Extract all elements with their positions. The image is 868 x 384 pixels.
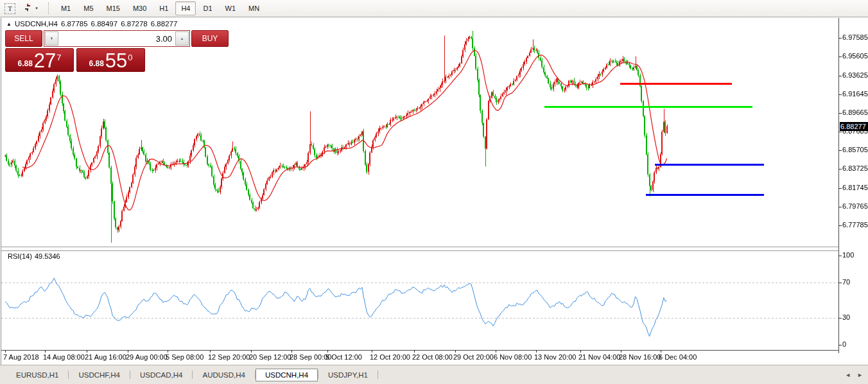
time-axis-tick-label: 6 Nov 08:00 <box>494 353 532 361</box>
time-axis-tick-label: 12 Sep 20:00 <box>208 353 250 361</box>
tab-scroll-arrows: ◄ ► <box>845 372 863 378</box>
time-axis-tick-label: 21 Aug 16:00 <box>85 353 126 361</box>
time-axis-tick-label: 5 Oct 12:00 <box>326 353 362 361</box>
timeframe-button-d1[interactable]: D1 <box>197 1 218 15</box>
text-label-tool-button[interactable]: T <box>2 1 18 15</box>
rsi-indicator-caption: RSI(14) 49.5346 <box>8 252 60 260</box>
one-click-trading-panel: SELL ▼ ▲ BUY 6.88 27 7 6.88 55 0 <box>5 30 145 72</box>
time-axis-tick-label: 13 Nov 20:00 <box>534 353 576 361</box>
timeframe-button-m15[interactable]: M15 <box>101 1 126 15</box>
sell-price-prefix: 6.88 <box>17 59 32 68</box>
chart-tabs: EURUSD,H1USDCHF,H4USDCAD,H4AUDUSD,H4USDC… <box>6 369 378 381</box>
buy-price-pip: 0 <box>128 53 132 62</box>
price-axis-tick-label: 6.91645 <box>842 90 868 98</box>
rsi-label: RSI(14) <box>8 252 32 260</box>
timeframe-button-m5[interactable]: M5 <box>78 1 99 15</box>
chart-tab-usdchf[interactable]: USDCHF,H4 <box>69 369 130 381</box>
chart-tab-eurusd[interactable]: EURUSD,H1 <box>6 369 68 381</box>
time-axis-tick-label: 29 Aug 00:00 <box>126 353 168 361</box>
spinner-up-icon: ▲ <box>180 37 184 40</box>
timeframe-toolbar: M1M5M15M30H1H4D1W1MN <box>55 1 266 15</box>
chart-header: ▲ USDCNH,H4 6.87785 6.88497 6.87278 6.88… <box>6 20 177 28</box>
rsi-axis-tick-label: 100 <box>842 251 854 259</box>
spinner-down-icon: ▼ <box>50 37 54 40</box>
toolbar-drag-handle[interactable] <box>48 3 49 14</box>
buy-price-prefix: 6.88 <box>89 59 103 68</box>
chart-symbol-label: USDCNH,H4 <box>15 20 58 28</box>
timeframe-button-h1[interactable]: H1 <box>153 1 174 15</box>
timeframe-button-h4[interactable]: H4 <box>175 1 196 15</box>
volume-spinner: ▼ ▲ <box>44 30 190 47</box>
chevron-down-icon: ▼ <box>35 6 39 10</box>
top-toolbar: T ▼ M1M5M15M30H1H4D1W1MN <box>0 0 868 17</box>
chart-tab-usdcnh[interactable]: USDCNH,H4 <box>256 369 318 381</box>
time-axis-tick-label: 20 Sep 12:00 <box>249 353 291 361</box>
current-price-badge: 6.88277 <box>840 122 868 131</box>
price-axis-tick-label: 6.77785 <box>842 221 868 229</box>
price-axis-tick-label: 6.83725 <box>842 164 868 172</box>
time-axis-tick-label: 5 Sep 08:00 <box>166 353 204 361</box>
price-axis-tick-label: 6.79765 <box>842 202 868 210</box>
cycle-arrows-icon <box>22 3 33 15</box>
time-axis-tick-label: 28 Nov 16:00 <box>619 353 661 361</box>
sell-price-pip: 7 <box>56 53 61 62</box>
time-axis-tick-label: 6 Dec 04:00 <box>659 353 697 361</box>
volume-decrease-button[interactable]: ▼ <box>45 31 58 46</box>
chart-tab-usdcad[interactable]: USDCAD,H4 <box>130 369 192 381</box>
one-click-panel-toggle-icon[interactable]: ▲ <box>6 21 12 27</box>
tab-scroll-right-icon[interactable]: ► <box>857 372 863 378</box>
rsi-value: 49.5346 <box>35 252 60 260</box>
price-axis-tick-label: 6.95605 <box>842 52 868 60</box>
text-tool-icon: T <box>4 3 15 14</box>
time-axis-tick-label: 7 Aug 2018 <box>3 353 39 361</box>
price-axis-tick-label: 6.81745 <box>842 184 868 191</box>
time-axis-tick-label: 21 Nov 04:00 <box>578 353 620 361</box>
price-axis-tick-label: 6.85705 <box>842 146 868 153</box>
tab-separator <box>378 371 378 379</box>
chart-tab-audusd[interactable]: AUDUSD,H4 <box>193 369 254 381</box>
tab-scroll-left-icon[interactable]: ◄ <box>845 372 851 378</box>
timeframe-button-mn[interactable]: MN <box>243 1 265 15</box>
rsi-axis-tick-label: 0 <box>842 340 846 348</box>
ohlc-open: 6.87785 <box>61 20 88 28</box>
sell-price-button[interactable]: 6.88 27 7 <box>5 48 74 72</box>
buy-price-main: 55 <box>105 50 127 71</box>
time-axis-tick-label: 29 Oct 20:00 <box>453 353 494 361</box>
rsi-axis-tick-label: 70 <box>842 278 850 286</box>
rsi-axis-tick-label: 30 <box>842 313 850 321</box>
ohlc-high: 6.88497 <box>91 20 118 28</box>
cycle-symbols-button[interactable]: ▼ <box>20 1 41 15</box>
price-axis-tick-label: 6.89665 <box>842 109 868 116</box>
chart-tab-usdjpy[interactable]: USDJPY,H1 <box>318 369 378 381</box>
time-axis-tick-label: 22 Oct 08:00 <box>412 353 453 361</box>
timeframe-button-m30[interactable]: M30 <box>127 1 152 15</box>
chart-tab-bar: EURUSD,H1USDCHF,H4USDCAD,H4AUDUSD,H4USDC… <box>0 365 868 384</box>
buy-button[interactable]: BUY <box>191 30 229 47</box>
ohlc-close: 6.88277 <box>151 20 178 28</box>
volume-increase-button[interactable]: ▲ <box>175 31 189 46</box>
time-axis-tick-label: 14 Aug 08:00 <box>43 353 85 361</box>
sell-price-main: 27 <box>34 50 56 71</box>
price-axis-tick-label: 6.93625 <box>842 71 868 79</box>
ohlc-low: 6.87278 <box>121 20 148 28</box>
timeframe-button-m1[interactable]: M1 <box>55 1 76 15</box>
terminal-window: T ▼ M1M5M15M30H1H4D1W1MN ▲ USDCNH,H4 6.8… <box>0 0 868 384</box>
buy-price-button[interactable]: 6.88 55 0 <box>76 48 145 72</box>
time-axis-tick-label: 12 Oct 20:00 <box>370 353 410 361</box>
sell-button[interactable]: SELL <box>5 30 42 47</box>
volume-input[interactable] <box>59 31 175 46</box>
timeframe-button-w1[interactable]: W1 <box>220 1 242 15</box>
price-axis-tick-label: 6.97585 <box>842 33 868 41</box>
